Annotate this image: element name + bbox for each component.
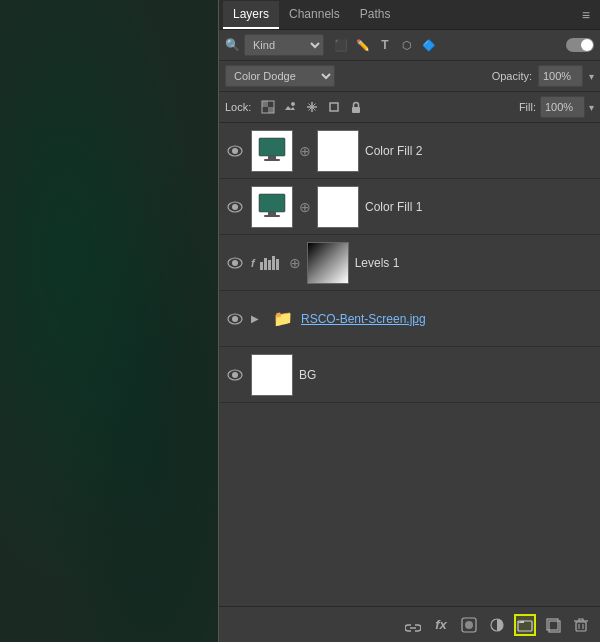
fill-label: Fill: [519, 101, 536, 113]
layer-visibility-bg[interactable] [225, 365, 245, 385]
svg-rect-15 [268, 156, 276, 159]
filter-text-icon[interactable]: T [376, 36, 394, 54]
layer-link-icon-2: ⊕ [299, 143, 311, 159]
blend-mode-select[interactable]: Color Dodge [225, 65, 335, 87]
svg-point-37 [465, 621, 473, 629]
lock-all-icon[interactable] [347, 98, 365, 116]
svg-rect-27 [264, 258, 267, 270]
panel-tabs: Layers Channels Paths ≡ [219, 0, 600, 30]
panel-menu-icon[interactable]: ≡ [576, 7, 596, 23]
layer-name-bg: BG [299, 368, 594, 382]
layer-thumb-bg [251, 354, 293, 396]
filter-bar: 🔍 Kind ⬛ ✏️ T ⬡ 🔷 [219, 30, 600, 61]
layers-panel: Layers Channels Paths ≡ 🔍 Kind ⬛ ✏️ T ⬡ … [218, 0, 600, 642]
delete-layer-icon[interactable] [570, 614, 592, 636]
svg-rect-13 [259, 138, 285, 156]
svg-rect-2 [268, 107, 274, 113]
svg-point-25 [232, 260, 238, 266]
layer-name-color-fill-2: Color Fill 2 [365, 144, 594, 158]
fill-input[interactable] [540, 96, 585, 118]
filter-smart-icon[interactable]: 🔷 [420, 36, 438, 54]
svg-rect-42 [576, 622, 586, 631]
layer-visibility-levels-1[interactable] [225, 253, 245, 273]
tab-paths[interactable]: Paths [350, 1, 401, 29]
opacity-label: Opacity: [492, 70, 532, 82]
fx-badge-levels: f [251, 257, 255, 269]
layer-mask-color-fill-1 [317, 186, 359, 228]
layer-mask-color-fill-2 [317, 130, 359, 172]
layer-item-bg[interactable]: BG [219, 347, 600, 403]
svg-point-34 [232, 372, 238, 378]
filter-toggle[interactable] [566, 38, 594, 52]
lock-image-icon[interactable] [281, 98, 299, 116]
svg-rect-20 [259, 194, 285, 212]
svg-point-3 [291, 102, 295, 106]
layer-name-color-fill-1: Color Fill 1 [365, 200, 594, 214]
filter-shape-icon[interactable]: ⬡ [398, 36, 416, 54]
layer-thumb-color-fill-1 [251, 186, 293, 228]
svg-rect-29 [272, 256, 275, 270]
svg-rect-8 [330, 103, 338, 111]
fill-dropdown-arrow[interactable]: ▾ [589, 102, 594, 113]
layer-name-levels-1: Levels 1 [355, 256, 594, 270]
opacity-input[interactable] [538, 65, 583, 87]
layer-item-levels-1[interactable]: f ⊕ Levels 1 [219, 235, 600, 291]
svg-point-18 [232, 204, 238, 210]
lock-label: Lock: [225, 101, 251, 113]
svg-rect-22 [268, 212, 276, 215]
layer-item-color-fill-1[interactable]: ⊕ Color Fill 1 [219, 179, 600, 235]
svg-rect-16 [264, 159, 280, 161]
layer-folder-icon-rsco: 📁 [273, 309, 293, 328]
layer-adj-icons-levels: f [251, 254, 283, 272]
layer-link-icon-1: ⊕ [299, 199, 311, 215]
layer-thumb-color-fill-2 [251, 130, 293, 172]
opacity-dropdown-arrow[interactable]: ▾ [589, 71, 594, 82]
filter-kind-select[interactable]: Kind [244, 34, 324, 56]
search-icon: 🔍 [225, 38, 240, 52]
layer-link-icon-levels: ⊕ [289, 255, 301, 271]
svg-rect-30 [276, 259, 279, 270]
new-layer-icon[interactable] [542, 614, 564, 636]
svg-rect-28 [268, 260, 271, 270]
svg-rect-1 [262, 101, 268, 107]
layer-item-rsco[interactable]: ▶ 📁 RSCO-Bent-Screen.jpg [219, 291, 600, 347]
layer-visibility-color-fill-1[interactable] [225, 197, 245, 217]
layer-item-color-fill-2[interactable]: ⊕ Color Fill 2 [219, 123, 600, 179]
lock-artboard-icon[interactable] [325, 98, 343, 116]
layer-visibility-color-fill-2[interactable] [225, 141, 245, 161]
add-mask-icon[interactable] [458, 614, 480, 636]
fx-icon[interactable]: fx [430, 614, 452, 636]
levels-bars-icon [259, 254, 281, 272]
link-layers-icon[interactable] [402, 614, 424, 636]
filter-pixel-icon[interactable]: ⬛ [332, 36, 350, 54]
canvas-preview-panel [0, 0, 218, 642]
lock-bar: Lock: [219, 92, 600, 123]
lock-transparency-icon[interactable] [259, 98, 277, 116]
tab-layers[interactable]: Layers [223, 1, 279, 29]
svg-point-11 [232, 148, 238, 154]
layer-visibility-rsco[interactable] [225, 309, 245, 329]
layer-expand-rsco[interactable]: ▶ [251, 313, 265, 324]
new-group-icon[interactable] [514, 614, 536, 636]
panel-bottom-toolbar: fx [219, 606, 600, 642]
layer-name-rsco: RSCO-Bent-Screen.jpg [301, 312, 594, 326]
blend-mode-bar: Color Dodge Opacity: ▾ [219, 61, 600, 92]
lock-position-icon[interactable] [303, 98, 321, 116]
filter-brush-icon[interactable]: ✏️ [354, 36, 372, 54]
tab-channels[interactable]: Channels [279, 1, 350, 29]
svg-rect-26 [260, 262, 263, 270]
svg-point-32 [232, 316, 238, 322]
layer-name-link-rsco[interactable]: RSCO-Bent-Screen.jpg [301, 312, 426, 326]
svg-rect-9 [352, 107, 360, 113]
svg-rect-23 [264, 215, 280, 217]
layer-mask-levels-1 [307, 242, 349, 284]
layers-list: ⊕ Color Fill 2 ⊕ [219, 123, 600, 606]
filter-icons: ⬛ ✏️ T ⬡ 🔷 [332, 36, 438, 54]
add-adjustment-icon[interactable] [486, 614, 508, 636]
